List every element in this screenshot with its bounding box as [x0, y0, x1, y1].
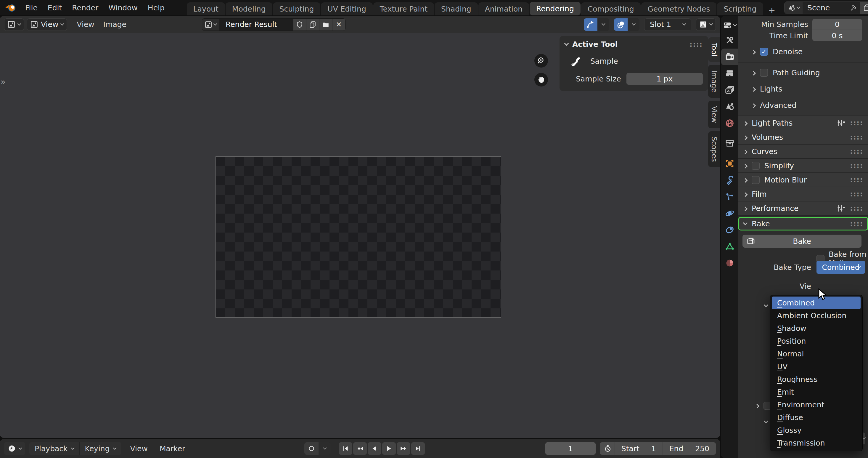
frame-start-field[interactable]: Start 1	[615, 442, 662, 455]
image-browse-button[interactable]	[202, 19, 219, 30]
menu-item-shadow[interactable]: Shadow	[772, 322, 861, 335]
image-name[interactable]: Render Result	[219, 19, 293, 30]
panel-grip[interactable]: ::::	[850, 204, 863, 212]
add-workspace-button[interactable]: +	[764, 6, 780, 16]
tab-constraints-icon[interactable]	[721, 222, 738, 238]
tab-modifiers-icon[interactable]	[721, 172, 738, 189]
properties-editor-type-button[interactable]	[721, 18, 738, 32]
panel-grip[interactable]: ::::	[850, 162, 863, 169]
workspace-tab-sculpting[interactable]: Sculpting	[273, 2, 321, 16]
panel-grip[interactable]: ::::	[850, 176, 863, 184]
menu-item-uv[interactable]: UV	[772, 360, 861, 373]
workspace-tab-scripting[interactable]: Scripting	[717, 2, 763, 16]
tab-render-icon[interactable]	[721, 49, 738, 65]
sidebar-tab-image[interactable]: Image	[708, 65, 720, 98]
jump-to-start-button[interactable]	[339, 442, 352, 455]
workspace-tab-shading[interactable]: Shading	[435, 2, 478, 16]
tab-scene-icon[interactable]	[721, 98, 738, 115]
mode-dropdown[interactable]: View	[27, 18, 67, 31]
panel-grip[interactable]: ::::	[850, 147, 863, 155]
panel-grip[interactable]: ::::	[689, 40, 703, 48]
tab-tool-icon[interactable]	[721, 32, 738, 49]
unlink-image-button[interactable]: ✕	[332, 19, 345, 30]
sidebar-tab-tool[interactable]: Tool	[708, 37, 720, 62]
tab-object-icon[interactable]	[721, 155, 738, 172]
denoise-checkbox[interactable]: ✓	[760, 48, 768, 56]
workspace-tab-uv-editing[interactable]: UV Editing	[321, 2, 372, 16]
previous-keyframe-button[interactable]	[353, 442, 367, 455]
time-limit-field[interactable]: 0 s	[812, 30, 862, 41]
frame-end-field[interactable]: End 250	[662, 442, 716, 455]
expand-chevron-icon[interactable]	[751, 104, 756, 108]
timeline-editor-type-button[interactable]	[4, 442, 25, 455]
tab-material-icon[interactable]	[721, 255, 738, 271]
menu-item-normal[interactable]: Normal	[772, 347, 861, 360]
panel-performance[interactable]: Performance ::::	[738, 201, 868, 216]
slot-dropdown[interactable]: Slot 1	[644, 18, 691, 31]
image-canvas[interactable]: » Active Tool :::: Sample Sample Size 1 …	[0, 33, 720, 437]
pan-button[interactable]	[534, 73, 548, 86]
expand-chevron-icon[interactable]	[751, 50, 756, 55]
menu-item-diffuse[interactable]: Diffuse	[772, 411, 861, 424]
panel-film[interactable]: Film ::::	[738, 187, 868, 201]
tab-collection-icon[interactable]	[721, 135, 738, 152]
editor-type-button[interactable]	[4, 18, 24, 31]
next-keyframe-button[interactable]	[397, 442, 410, 455]
timeline-menu-marker[interactable]: Marker	[154, 445, 191, 453]
pivot-dropdown[interactable]	[597, 18, 609, 31]
collapse-chevron-icon[interactable]	[764, 419, 769, 424]
ie-menu-image[interactable]: Image	[99, 20, 131, 29]
menu-item-combined[interactable]: Combined	[772, 296, 861, 309]
menu-edit[interactable]: Edit	[43, 0, 67, 16]
panel-volumes[interactable]: Volumes ::::	[738, 130, 868, 145]
display-channels-dropdown[interactable]	[696, 18, 716, 31]
sidebar-tab-scopes[interactable]: Scopes	[708, 131, 720, 167]
pivot-button[interactable]	[584, 18, 597, 31]
menu-item-environment[interactable]: Environment	[772, 398, 861, 411]
scene-name[interactable]: Scene	[803, 4, 847, 12]
panel-grip[interactable]: ::::	[850, 133, 863, 141]
min-samples-field[interactable]: 0	[812, 19, 862, 30]
panel-title[interactable]: Active Tool	[572, 40, 618, 49]
playback-menu[interactable]: Playback	[29, 442, 80, 455]
filter-sliders-icon[interactable]	[837, 119, 846, 127]
panel-grip[interactable]: ::::	[850, 190, 863, 198]
panel-curves[interactable]: Curves ::::	[738, 145, 868, 159]
menu-window[interactable]: Window	[103, 0, 143, 16]
panel-motion-blur[interactable]: Motion Blur ::::	[738, 173, 868, 187]
collapse-chevron-icon[interactable]	[564, 41, 569, 46]
workspace-tab-modeling[interactable]: Modeling	[225, 2, 272, 16]
collapse-chevron-icon[interactable]	[764, 303, 769, 308]
tab-particles-icon[interactable]	[721, 189, 738, 205]
ie-menu-view[interactable]: View	[72, 20, 99, 29]
panel-grip[interactable]: ::::	[850, 220, 863, 228]
panel-grip[interactable]: ::::	[850, 119, 863, 127]
expand-chevron-icon[interactable]	[751, 71, 756, 76]
blender-logo-icon[interactable]	[5, 3, 16, 12]
menu-file[interactable]: File	[20, 0, 43, 16]
bake-button[interactable]: Bake	[742, 235, 862, 248]
simplify-checkbox[interactable]	[752, 162, 760, 170]
sidebar-reveal-arrow[interactable]: »	[1, 77, 6, 87]
panel-simplify[interactable]: Simplify ::::	[738, 159, 868, 173]
sample-size-field[interactable]: 1 px	[626, 73, 703, 85]
scene-new-button[interactable]	[860, 2, 868, 13]
menu-item-position[interactable]: Position	[772, 335, 861, 347]
timeline-menu-view[interactable]: View	[124, 445, 154, 453]
workspace-tab-geometry-nodes[interactable]: Geometry Nodes	[641, 2, 717, 16]
snap-button[interactable]	[614, 18, 628, 31]
tab-world-icon[interactable]	[721, 115, 738, 132]
eyedropper-icon[interactable]	[569, 55, 583, 67]
workspace-tab-texture-paint[interactable]: Texture Paint	[373, 2, 434, 16]
fake-user-button[interactable]	[293, 19, 306, 30]
panel-light-paths[interactable]: Light Paths ::::	[738, 116, 868, 130]
tab-object-data-icon[interactable]	[721, 238, 738, 255]
menu-help[interactable]: Help	[143, 0, 169, 16]
menu-item-ambient-occlusion[interactable]: Ambient Occlusion	[772, 309, 861, 322]
tab-output-icon[interactable]	[721, 65, 738, 82]
current-frame-field[interactable]: 1	[545, 442, 596, 455]
menu-item-emit[interactable]: Emit	[772, 386, 861, 398]
record-button[interactable]	[304, 442, 318, 455]
sidebar-tab-view[interactable]: View	[708, 101, 720, 128]
keying-menu[interactable]: Keying	[80, 442, 121, 455]
